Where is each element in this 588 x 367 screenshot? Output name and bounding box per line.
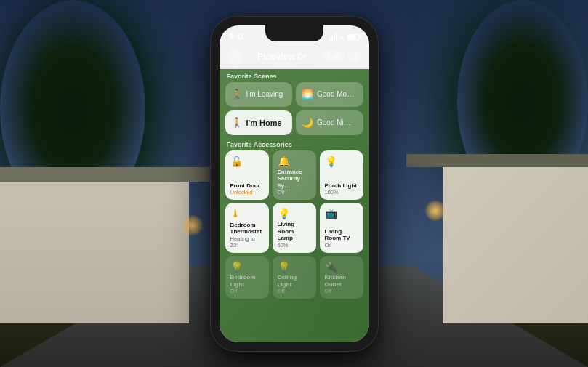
- kitchen-outlet-icon: 🔌: [325, 261, 358, 273]
- living-tv-name: Living Room TV: [325, 228, 358, 242]
- accessory-ceiling-light[interactable]: 💡 Ceiling Light Off: [273, 256, 316, 299]
- scene-home[interactable]: 🚶 I'm Home: [225, 110, 293, 135]
- bedroom-light-status: Off: [230, 288, 264, 294]
- living-lamp-status: 60%: [278, 242, 311, 249]
- accessory-porch-light[interactable]: 💡 Porch Light 100%: [320, 150, 363, 201]
- scenes-section-label: Favorite Scenes: [220, 69, 369, 82]
- house-wall-right: [443, 164, 588, 323]
- scene-goodnight-label: Good Ni…: [317, 118, 351, 126]
- ceiling-light-icon: 💡: [278, 261, 311, 273]
- status-icons: ▲: [329, 33, 359, 41]
- accessory-front-door[interactable]: 🔓 Front Door Unlocked: [225, 150, 269, 201]
- security-status: Off: [278, 189, 311, 195]
- scene-leaving-label: I'm Leaving: [246, 90, 283, 98]
- accessories-section-label: Favorite Accessories: [220, 139, 369, 150]
- house-wall-left: [0, 178, 189, 323]
- scene-leaving-icon: 🚶: [231, 89, 243, 100]
- scene-goodmorning-label: Good Mo…: [317, 90, 354, 98]
- header-title: Pineview Dr: [257, 52, 307, 62]
- scene-goodmorning-icon: 🌅: [302, 89, 313, 100]
- kitchen-outlet-status: Off: [325, 288, 358, 294]
- accessory-living-tv[interactable]: 📺 Living Room TV On: [320, 203, 363, 253]
- bedroom-light-name: Bedroom Light: [230, 274, 264, 288]
- ceiling-light-name: Ceiling Light: [278, 274, 311, 288]
- add-button[interactable]: +: [348, 50, 361, 63]
- accessory-kitchen-outlet[interactable]: 🔌 Kitchen Outlet Off: [320, 256, 363, 299]
- thermostat-name: Bedroom Thermostat: [230, 222, 264, 235]
- front-door-name: Front Door: [230, 182, 264, 190]
- living-lamp-name: Living Room Lamp: [278, 221, 311, 242]
- accessory-bedroom-light[interactable]: 💡 Bedroom Light Off: [225, 256, 269, 299]
- phone-device: 9:41 ▲ ⌂: [211, 17, 378, 351]
- porch-light-name: Porch Light: [325, 182, 358, 190]
- scene-goodnight-icon: 🌙: [302, 117, 313, 128]
- scenes-bottom-row: 🚶 I'm Home 🌙 Good Ni…: [220, 110, 369, 139]
- porch-light-status: 100%: [325, 189, 358, 195]
- edit-button[interactable]: Edit: [322, 51, 345, 62]
- thermostat-icon: 🌡: [230, 208, 264, 219]
- phone-wrapper: 9:41 ▲ ⌂: [211, 17, 378, 351]
- scene-goodmorning[interactable]: 🌅 Good Mo…: [296, 82, 363, 107]
- kitchen-outlet-name: Kitchen Outlet: [325, 274, 358, 288]
- battery-icon: [347, 34, 359, 40]
- accessories-row-2: 🌡 Bedroom Thermostat Heating to 23° 💡 Li…: [220, 203, 369, 253]
- porch-light-icon: 💡: [325, 156, 358, 167]
- header-actions: Edit +: [322, 50, 361, 63]
- security-name: Entrance Security Sy…: [278, 169, 311, 190]
- wifi-icon: ▲: [339, 33, 345, 40]
- home-button[interactable]: ⌂: [227, 49, 243, 65]
- roof-right: [406, 154, 588, 167]
- thermostat-status: Heating to 23°: [230, 235, 264, 249]
- front-door-icon: 🔓: [230, 156, 264, 167]
- roof-left: [0, 167, 218, 182]
- living-lamp-icon: 💡: [278, 208, 311, 219]
- ceiling-light-status: Off: [278, 288, 311, 294]
- scene-goodnight[interactable]: 🌙 Good Ni…: [296, 110, 363, 135]
- signal-icon: [329, 33, 337, 41]
- screen-content: Favorite Scenes 🚶 I'm Leaving 🌅 Good Mo…: [220, 69, 369, 342]
- phone-screen: 9:41 ▲ ⌂: [220, 25, 369, 342]
- app-header: ⌂ Pineview Dr Edit +: [220, 46, 369, 69]
- accessory-living-lamp[interactable]: 💡 Living Room Lamp 60%: [273, 203, 316, 253]
- home-icon: ⌂: [232, 52, 236, 60]
- accessories-row-1: 🔓 Front Door Unlocked 🔔 Entrance Securit…: [220, 150, 369, 201]
- front-door-status: Unlocked: [230, 189, 264, 195]
- scene-home-icon: 🚶: [231, 117, 243, 128]
- accessories-row-3: 💡 Bedroom Light Off 💡 Ceiling Light Off: [220, 256, 369, 299]
- scene-home-label: I'm Home: [246, 118, 282, 127]
- living-tv-icon: 📺: [325, 208, 358, 219]
- light-glow-left: [182, 214, 204, 236]
- security-icon: 🔔: [278, 156, 311, 167]
- scenes-top-row: 🚶 I'm Leaving 🌅 Good Mo…: [220, 82, 369, 110]
- phone-notch: [265, 25, 323, 41]
- accessory-security[interactable]: 🔔 Entrance Security Sy… Off: [273, 150, 316, 201]
- light-glow-right: [424, 200, 446, 222]
- status-time: 9:41: [230, 33, 244, 41]
- living-tv-status: On: [325, 242, 358, 249]
- scene-leaving[interactable]: 🚶 I'm Leaving: [225, 82, 293, 107]
- accessory-thermostat[interactable]: 🌡 Bedroom Thermostat Heating to 23°: [225, 203, 269, 253]
- bedroom-light-icon: 💡: [230, 261, 264, 273]
